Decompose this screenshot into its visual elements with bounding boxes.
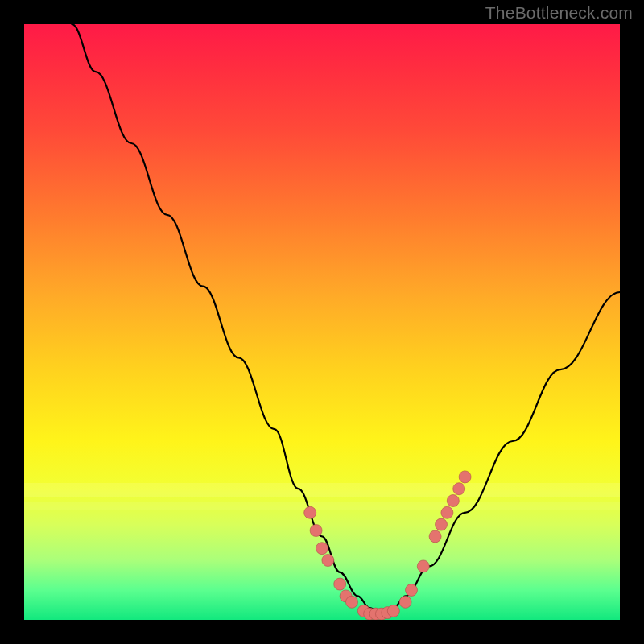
highlight-dot xyxy=(417,560,429,572)
highlight-dots-group xyxy=(304,471,471,620)
plot-area xyxy=(24,24,620,620)
highlight-dot xyxy=(429,530,441,543)
highlight-dot xyxy=(334,578,346,590)
highlight-dot xyxy=(459,471,471,483)
highlight-dot xyxy=(441,506,453,518)
highlight-dot xyxy=(304,506,316,518)
highlight-dot xyxy=(447,495,459,507)
curve-svg xyxy=(24,24,620,620)
highlight-dot xyxy=(310,525,322,537)
highlight-dot xyxy=(436,518,448,530)
bottleneck-curve xyxy=(72,24,620,614)
highlight-dot xyxy=(346,596,358,608)
highlight-dot xyxy=(322,555,334,567)
highlight-dot xyxy=(316,543,328,555)
watermark-text: TheBottleneck.com xyxy=(485,3,633,23)
highlight-dot xyxy=(406,584,418,597)
highlight-dot xyxy=(387,605,399,617)
highlight-dot xyxy=(453,483,465,495)
highlight-dot xyxy=(399,596,411,608)
chart-stage: TheBottleneck.com xyxy=(0,0,644,644)
